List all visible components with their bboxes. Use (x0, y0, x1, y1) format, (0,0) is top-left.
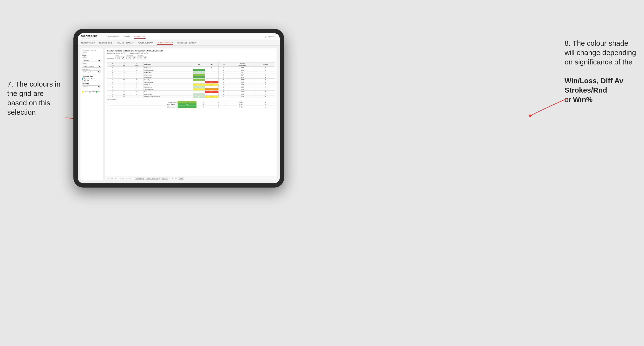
cell-reg: 6 (118, 76, 130, 79)
opponent-select[interactable]: (All) (138, 56, 147, 59)
cell-ood-name: NAIA Division 1 (107, 103, 178, 106)
cell-diff: -5.00 (229, 91, 256, 93)
cell-rounds (256, 88, 275, 91)
cell-ood-name: NCAA Division 2 (107, 106, 178, 108)
nav-team-summary[interactable]: TEAM SUMMARY (81, 41, 95, 44)
gender-select[interactable]: Women's (82, 59, 101, 62)
cell-tie: 0 (218, 81, 229, 83)
cell-rounds: 3 (256, 74, 275, 76)
division-select[interactable]: NCAA Division III (82, 65, 101, 68)
table-row: 19 10 6 Emily Chang 4 0 0.30 11 (107, 93, 275, 95)
cell-reg: 1 (118, 81, 130, 83)
cell-div: 15 (107, 86, 118, 88)
annotation-left: 7. The colours in the grid are based on … (7, 79, 65, 117)
cell-ood-tie: 0 (211, 101, 226, 103)
cell-ood-diff: 4.500 (226, 101, 256, 103)
radio-dot-top100 (82, 80, 83, 82)
cell-win: 2 (193, 76, 205, 79)
radio-group: Opponents Played Top 100 (82, 78, 101, 82)
cell-win (193, 67, 205, 69)
radio-dot-opponents (82, 78, 83, 80)
cell-ood-loss: 0 (197, 106, 212, 108)
cell-loss: 0 (205, 67, 218, 69)
out-of-division-row: NAIA Division 1 15 0 0 9.267 30 (107, 103, 275, 106)
cell-div: 18 (107, 91, 118, 93)
grid-header: Katelyn Vo Head-to-Head Grid for Women's… (105, 48, 277, 61)
cell-reg: 2 (118, 91, 130, 93)
cell-ood-diff: 7.400 (226, 106, 256, 108)
cell-rounds (256, 71, 275, 74)
right-arrow (526, 96, 569, 120)
undo-btn[interactable]: ↩ (107, 177, 110, 179)
nav-player-h2h-heatmap[interactable]: PLAYER H2H HEATMAP (177, 41, 196, 44)
nav-committee[interactable]: COMMITTEE (134, 35, 146, 39)
nav-player-h2h-grid[interactable]: PLAYER H2H GRID (157, 41, 173, 45)
cell-opponent: Andrea York (144, 76, 193, 79)
division-record: Division Record: 331 - 34 - 6 (130, 52, 148, 54)
colour-by-select[interactable]: Win/loss (82, 85, 101, 88)
undo2-btn[interactable]: ↩ (111, 177, 114, 179)
view-original-btn[interactable]: View: Original (134, 177, 145, 179)
more-btn[interactable]: ··· (125, 177, 128, 179)
cell-div: 13 (107, 81, 118, 83)
opponents-label: Opponents: (107, 57, 114, 59)
cell-ood-win: 1 (178, 101, 196, 103)
player-section-title: Player (82, 55, 101, 56)
cell-reg: 7 (118, 83, 130, 86)
cell-loss (205, 86, 218, 88)
col-div: #Div (107, 62, 118, 67)
player-rank-label: Player (Rank) (82, 69, 101, 70)
annotation-right: 8. The colour shade will change dependin… (564, 38, 637, 104)
cell-win: 1 (193, 79, 205, 81)
out-of-division-row: Foreign Team 1 0 0 4.500 2 (107, 101, 275, 103)
conference-select[interactable]: (All) (126, 56, 136, 59)
cell-rounds: 3 (256, 79, 275, 81)
nav-team-h2h-heatmap[interactable]: TEAM H2H HEATMAP (116, 41, 134, 44)
redo-btn[interactable]: ↪ (114, 177, 117, 179)
player-rank-select[interactable]: 8. Katelyn Vo (82, 70, 101, 73)
grid-records: Overall Record: 353 - 34 - 6 Division Re… (107, 52, 275, 54)
cell-opponent: Heejo Hyun (144, 79, 193, 81)
cell-win: 1 (193, 86, 205, 88)
share-btn[interactable]: Share (178, 177, 184, 179)
table-btn[interactable]: ⊟ (174, 177, 177, 179)
sign-out-button[interactable]: Sign out (267, 35, 277, 38)
cell-div: 20 (107, 95, 118, 98)
out-of-division-title: Out of division (107, 99, 275, 100)
cell-ood-win: 15 (178, 103, 196, 106)
nav-player-summary[interactable]: PLAYER SUMMARY (138, 41, 154, 44)
cell-tie: 0 (218, 91, 229, 93)
region-select[interactable]: (All) (115, 56, 125, 59)
cut-btn[interactable]: ✂ (122, 177, 124, 179)
cell-diff: -1.00 (229, 71, 256, 74)
layout-btn[interactable]: ⊞ (171, 177, 174, 179)
cell-reg: 11 (118, 95, 130, 98)
table-row: 20 11 7 Federica Domecq Lacroze 2 1 0 1.… (107, 95, 275, 98)
save-custom-view-btn[interactable]: Save Custom View (146, 177, 159, 179)
cell-div: 14 (107, 83, 118, 86)
nav-teams[interactable]: TEAMS (123, 35, 130, 39)
table-row: 15 8 5 Stella Cheng 1 0 1.25 4 (107, 86, 275, 88)
colour-by-title: Colour by (82, 83, 101, 85)
legend-down-dot (82, 91, 84, 93)
col-diff: Diff AvStrokes/Rnd (229, 62, 256, 67)
refresh-btn[interactable]: ⊙ (129, 177, 132, 179)
cell-opponent: Jessica Huang (144, 81, 193, 83)
nav-team-h2h-grid[interactable]: TEAM H2H GRID (99, 41, 113, 44)
cell-tie: 0 (218, 95, 229, 98)
cell-diff: 1.50 (229, 67, 256, 69)
cell-conf: 5 (130, 79, 144, 81)
cell-div: 3 (107, 67, 118, 69)
watch-btn[interactable]: Watch ▾ (160, 177, 168, 179)
copy-btn[interactable]: ⊡ (118, 177, 120, 179)
radio-top100[interactable]: Top 100 (82, 80, 101, 82)
cell-win: 2 (193, 95, 205, 98)
col-conf: #Conf (130, 62, 144, 67)
left-panel: Last Updated: 27/03/2024 16:55:38 Player… (80, 48, 103, 181)
nav-tournaments[interactable]: TOURNAMENTS (105, 35, 120, 39)
cell-div: 6 (107, 71, 118, 74)
nav-items: TOURNAMENTS TEAMS COMMITTEE (105, 35, 265, 39)
cell-win (193, 81, 205, 83)
cell-win: 1 (193, 88, 205, 91)
radio-opponents-played[interactable]: Opponents Played (82, 78, 101, 80)
